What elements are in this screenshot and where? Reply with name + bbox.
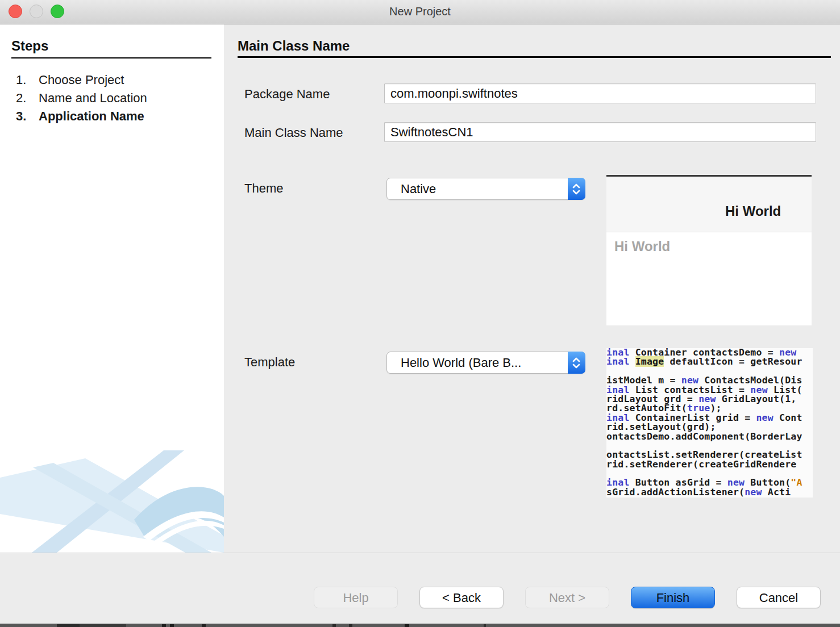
theme-label: Theme — [244, 181, 283, 196]
help-button[interactable]: Help — [314, 587, 398, 608]
titlebar: New Project — [0, 0, 840, 24]
cancel-button[interactable]: Cancel — [737, 587, 821, 608]
template-label: Template — [244, 355, 295, 370]
step-number: 1. — [0, 73, 39, 87]
back-button[interactable]: < Back — [419, 587, 504, 608]
theme-select[interactable]: Native — [386, 178, 585, 200]
page-title-underline — [238, 56, 831, 58]
steps-panel: Steps 1.Choose Project2.Name and Locatio… — [0, 24, 224, 553]
step-number: 3. — [0, 109, 39, 124]
step-label: Choose Project — [39, 73, 224, 87]
template-code-preview: inal Container contactsDemo = newinal Im… — [606, 348, 813, 498]
main-class-name-input[interactable] — [384, 122, 816, 142]
theme-preview-body-text: Hi World — [614, 239, 670, 254]
dialog-body: Steps 1.Choose Project2.Name and Locatio… — [0, 24, 840, 553]
chevron-up-down-icon — [568, 178, 585, 200]
chevron-up-down-icon — [568, 352, 585, 374]
steps-heading: Steps — [11, 38, 48, 54]
code-line: rid.setRenderer(createGridRendere — [606, 460, 813, 469]
main-panel: Main Class Name Package Name Main Class … — [224, 24, 840, 553]
step-item-1: 1.Choose Project — [0, 71, 224, 89]
watermark-graphic — [0, 450, 224, 553]
code-line: ontactsDemo.addComponent(BorderLay — [606, 432, 813, 441]
step-label: Application Name — [39, 109, 224, 124]
steps-list: 1.Choose Project2.Name and Location3.App… — [0, 71, 224, 126]
code-line: inal Image defaultIcon = getResour — [606, 357, 813, 366]
code-line: sGrid.addActionListener(new Acti — [606, 488, 813, 497]
theme-select-value: Native — [401, 182, 436, 197]
theme-preview-title-text: Hi World — [725, 203, 781, 219]
main-class-name-label: Main Class Name — [244, 126, 343, 140]
package-name-label: Package Name — [244, 87, 330, 102]
window-title: New Project — [0, 5, 840, 18]
theme-preview: Hi World Hi World — [606, 175, 812, 325]
background-window-strip — [0, 624, 840, 627]
page-title: Main Class Name — [238, 38, 350, 54]
screen: { "window": { "title": "New Project" }, … — [0, 0, 840, 627]
template-select-value: Hello World (Bare B... — [401, 356, 521, 370]
step-label: Name and Location — [39, 91, 224, 106]
template-select[interactable]: Hello World (Bare B... — [386, 352, 585, 374]
step-number: 2. — [0, 91, 39, 106]
finish-button[interactable]: Finish — [631, 587, 715, 608]
step-item-2: 2.Name and Location — [0, 89, 224, 107]
package-name-input[interactable] — [384, 83, 816, 103]
step-item-3: 3.Application Name — [0, 107, 224, 126]
steps-heading-underline — [11, 57, 211, 58]
next-button[interactable]: Next > — [525, 587, 609, 608]
button-bar: Help< BackNext >FinishCancel — [0, 553, 840, 624]
